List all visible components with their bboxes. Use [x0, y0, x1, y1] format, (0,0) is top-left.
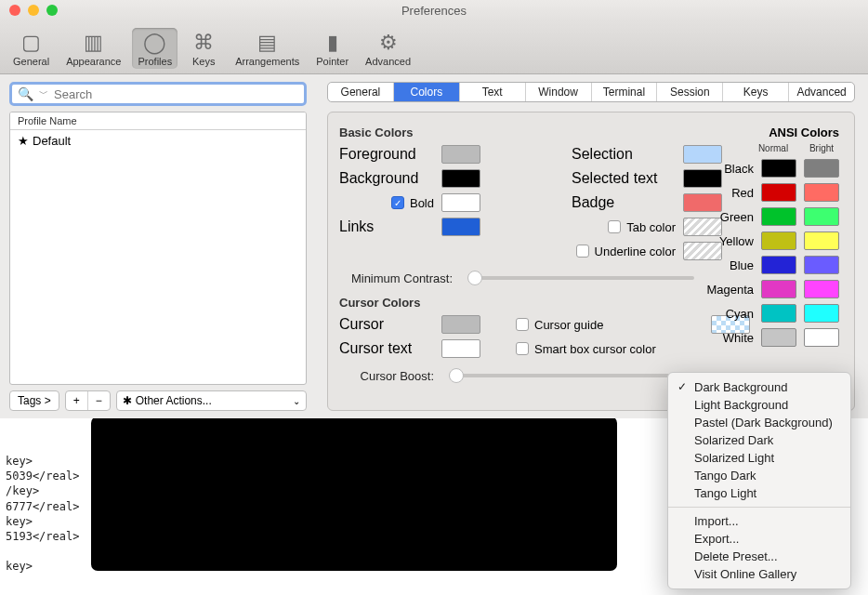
- bold-swatch[interactable]: [441, 193, 480, 212]
- ansi-cyan-bright[interactable]: [804, 304, 839, 323]
- tab-text[interactable]: Text: [460, 83, 526, 101]
- cursor-swatch[interactable]: [441, 315, 480, 334]
- ansi-col-bright: Bright: [804, 143, 839, 153]
- links-swatch[interactable]: [441, 218, 480, 236]
- bold-checkbox[interactable]: ✓: [391, 196, 404, 209]
- ansi-label: Black: [724, 162, 754, 176]
- ansi-row-magenta: Magenta: [706, 277, 839, 301]
- cursor-guide-label: Cursor guide: [534, 318, 603, 332]
- tags-label: Tags >: [10, 391, 59, 410]
- ansi-label: Blue: [730, 258, 754, 272]
- sidebar: 🔍 ﹀ Profile Name ★ Default Tags > + − ✱O…: [0, 74, 316, 418]
- right-pane: GeneralColorsTextWindowTerminalSessionKe…: [316, 74, 868, 418]
- ansi-black-bright[interactable]: [804, 159, 839, 178]
- profile-row-default[interactable]: ★ Default: [10, 130, 306, 152]
- cursor-boost-slider[interactable]: [449, 374, 694, 377]
- ansi-red-bright[interactable]: [804, 183, 839, 202]
- preset-item[interactable]: Tango Light: [668, 484, 850, 502]
- background-swatch[interactable]: [441, 169, 480, 188]
- remove-profile-button[interactable]: −: [88, 391, 110, 410]
- preset-item[interactable]: Solarized Light: [668, 449, 850, 467]
- preset-item[interactable]: Tango Dark: [668, 467, 850, 484]
- toolbar-profiles[interactable]: ◯Profiles: [132, 28, 178, 69]
- ansi-green-bright[interactable]: [804, 207, 839, 226]
- preset-item[interactable]: Import...: [668, 512, 850, 530]
- ansi-yellow-normal[interactable]: [761, 231, 796, 250]
- ansi-label: White: [723, 331, 754, 345]
- tab-colors[interactable]: Colors: [394, 83, 460, 101]
- ansi-row-blue: Blue: [706, 253, 839, 277]
- gear-icon: ✱: [123, 394, 132, 407]
- profile-list[interactable]: Profile Name ★ Default: [9, 112, 307, 385]
- ansi-row-white: White: [706, 325, 839, 350]
- ansi-label: Yellow: [719, 234, 754, 248]
- foreground-swatch[interactable]: [441, 145, 480, 164]
- ansi-row-black: Black: [706, 156, 839, 180]
- preset-item[interactable]: Export...: [668, 530, 850, 548]
- toolbar-keys[interactable]: ⌘Keys: [183, 28, 224, 69]
- ansi-cyan-normal[interactable]: [761, 304, 796, 323]
- toolbar-appearance[interactable]: ▥Appearance: [60, 28, 126, 69]
- ansi-magenta-normal[interactable]: [761, 280, 796, 298]
- cursor-text-swatch[interactable]: [441, 339, 480, 358]
- bold-label: Bold: [410, 196, 434, 210]
- other-actions-dropdown[interactable]: ✱Other Actions... ⌄: [116, 390, 307, 411]
- tags-button[interactable]: Tags >: [9, 390, 59, 411]
- preset-item[interactable]: Dark Background: [668, 378, 850, 396]
- toolbar-arrangements[interactable]: ▤Arrangements: [230, 28, 305, 69]
- toolbar: ▢General▥Appearance◯Profiles⌘Keys▤Arrang…: [0, 20, 868, 74]
- tab-general[interactable]: General: [328, 83, 394, 101]
- profile-list-header[interactable]: Profile Name: [10, 112, 306, 130]
- foreground-label: Foreground: [339, 146, 441, 163]
- ansi-row-red: Red: [706, 180, 839, 205]
- ansi-label: Magenta: [706, 283, 754, 297]
- tab-keys[interactable]: Keys: [723, 83, 789, 101]
- ansi-white-normal[interactable]: [761, 328, 796, 347]
- toolbar-label: Appearance: [66, 56, 121, 67]
- underline-checkbox[interactable]: [576, 245, 589, 258]
- ansi-magenta-bright[interactable]: [804, 280, 839, 298]
- preset-item[interactable]: Visit Online Gallery: [668, 565, 850, 583]
- appearance-icon: ▥: [79, 30, 109, 56]
- tab-session[interactable]: Session: [657, 83, 723, 101]
- ansi-blue-normal[interactable]: [761, 256, 796, 274]
- general-icon: ▢: [17, 30, 46, 56]
- cursor-guide-checkbox[interactable]: [516, 318, 529, 331]
- toolbar-pointer[interactable]: ▮Pointer: [310, 28, 354, 69]
- ansi-col-normal: Normal: [756, 143, 791, 153]
- add-profile-button[interactable]: +: [66, 391, 88, 410]
- ansi-black-normal[interactable]: [761, 159, 796, 178]
- tab-advanced[interactable]: Advanced: [789, 83, 854, 101]
- arrangements-icon: ▤: [253, 30, 283, 56]
- ansi-red-normal[interactable]: [761, 183, 796, 202]
- toolbar-advanced[interactable]: ⚙Advanced: [360, 28, 416, 69]
- toolbar-label: Advanced: [365, 56, 411, 67]
- ansi-yellow-bright[interactable]: [804, 231, 839, 250]
- search-icon: 🔍: [18, 86, 33, 101]
- tab-color-checkbox[interactable]: [608, 220, 621, 233]
- min-contrast-slider[interactable]: [467, 276, 694, 280]
- search-field[interactable]: 🔍 ﹀: [9, 82, 307, 106]
- search-input[interactable]: [54, 87, 298, 101]
- smart-box-checkbox[interactable]: [516, 342, 529, 355]
- toolbar-general[interactable]: ▢General: [7, 28, 55, 69]
- ansi-green-normal[interactable]: [761, 207, 796, 226]
- tab-terminal[interactable]: Terminal: [592, 83, 658, 101]
- preset-item[interactable]: Delete Preset...: [668, 548, 850, 565]
- background-label: Background: [339, 170, 441, 187]
- profile-tabs: GeneralColorsTextWindowTerminalSessionKe…: [327, 82, 855, 102]
- ansi-label: Cyan: [726, 307, 754, 321]
- profiles-icon: ◯: [140, 30, 170, 56]
- ansi-blue-bright[interactable]: [804, 256, 839, 274]
- tab-window[interactable]: Window: [526, 83, 592, 101]
- star-icon: ★: [18, 134, 29, 148]
- toolbar-label: General: [13, 56, 49, 67]
- advanced-icon: ⚙: [374, 30, 403, 56]
- ansi-row-green: Green: [706, 205, 839, 229]
- preset-item[interactable]: Light Background: [668, 396, 850, 414]
- preset-item[interactable]: Pastel (Dark Background): [668, 414, 850, 431]
- preset-item[interactable]: Solarized Dark: [668, 431, 850, 449]
- search-chevron-icon[interactable]: ﹀: [39, 87, 48, 100]
- cursor-boost-label: Cursor Boost:: [339, 369, 441, 383]
- ansi-white-bright[interactable]: [804, 328, 839, 347]
